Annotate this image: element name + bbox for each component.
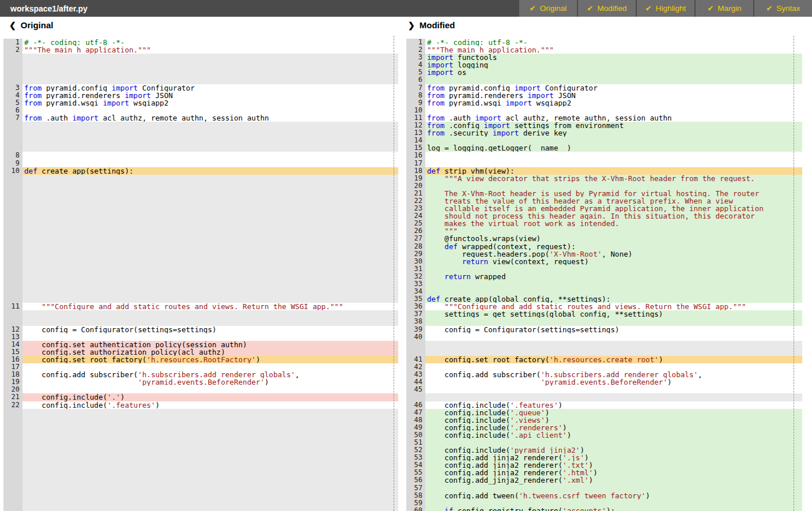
line-content: from .auth import acl_authz, remote_auth… — [22, 114, 398, 122]
line-number: 6 — [406, 76, 425, 84]
diff-view: 1# -*- coding: utf-8 -*-2"""The main h a… — [0, 36, 812, 511]
toolbar-button-label: Highlight — [656, 4, 686, 13]
pane-title-original-label: Original — [21, 20, 54, 30]
line-number — [3, 197, 22, 205]
code-line: 24 should not process this header again.… — [403, 212, 802, 220]
code-line: 14 — [403, 137, 802, 144]
filler-line — [403, 348, 802, 356]
line-number: 7 — [3, 114, 22, 122]
code-line: 19 'pyramid.events.BeforeRender') — [0, 378, 398, 386]
toolbar-button-syntax[interactable]: ✔Syntax — [754, 0, 812, 17]
toolbar-button-modified[interactable]: ✔Modified — [578, 0, 636, 17]
code-line: 8from pyramid.renderers import JSON — [403, 92, 802, 99]
line-number: 28 — [406, 243, 425, 250]
code-line: 12from .config import settings_from_envi… — [403, 122, 802, 129]
code-line: 36 """Configure and add static routes an… — [403, 303, 802, 310]
code-line: 33 — [403, 280, 802, 288]
line-number: 10 — [406, 107, 425, 114]
line-number — [3, 129, 22, 137]
line-content: def create_app(settings): — [22, 167, 398, 175]
modified-editor[interactable]: 1# -*- coding: utf-8 -*-2"""The main h a… — [403, 36, 802, 511]
line-number: 6 — [3, 107, 22, 114]
line-content — [425, 137, 802, 144]
code-line: 13 — [0, 333, 398, 341]
filler-line — [0, 469, 398, 476]
code-line: 44 'pyramid.events.BeforeRender') — [403, 378, 802, 386]
code-line: 4import logging — [403, 61, 802, 69]
filler-line — [0, 258, 398, 265]
line-content: return view(context, request) — [425, 258, 802, 265]
code-line: 15log = logging.getLogger(__name__) — [403, 144, 802, 152]
code-line: 3import functools — [403, 54, 802, 61]
line-content: from pyramid.wsgi import wsgiapp2 — [425, 99, 802, 107]
code-line: 30 return view(context, request) — [403, 258, 802, 265]
line-number: 7 — [406, 84, 425, 92]
code-line: 57 — [403, 484, 802, 492]
line-content: config.include('.features') — [22, 401, 398, 409]
filler-line — [0, 235, 398, 242]
line-content — [22, 265, 398, 273]
code-line: 7from .auth import acl_authz, remote_aut… — [0, 114, 398, 122]
code-line: 46 config.include('.features') — [403, 401, 802, 409]
line-content — [425, 265, 802, 273]
code-line: 26 """ — [403, 227, 802, 235]
code-line: 45 — [403, 386, 802, 393]
toolbar-button-label: Modified — [597, 4, 626, 13]
line-number: 47 — [406, 409, 425, 416]
line-content: config.include('.views') — [425, 416, 802, 424]
filler-line — [0, 76, 398, 84]
line-number — [406, 341, 425, 348]
line-content: return wrapped — [425, 273, 802, 280]
line-content — [425, 76, 802, 84]
line-content: The X-Vhm-Root header is used by Pyramid… — [425, 190, 802, 197]
code-line: 56 config.add_jinja2_renderer('.xml') — [403, 476, 802, 484]
toolbar-button-label: Margin — [717, 4, 741, 13]
toolbar-button-margin[interactable]: ✔Margin — [696, 0, 753, 17]
filler-line — [0, 54, 398, 61]
line-content — [22, 212, 398, 220]
filler-line — [0, 250, 398, 258]
code-line: 16 config.set_root_factory('h.resources.… — [0, 356, 398, 363]
line-content — [425, 107, 802, 114]
line-number: 30 — [406, 258, 425, 265]
line-content: config = Configurator(settings=settings) — [425, 326, 802, 333]
line-number — [3, 310, 22, 318]
line-content — [22, 61, 398, 69]
line-number: 4 — [3, 92, 22, 99]
line-number: 49 — [406, 424, 425, 431]
line-content — [22, 424, 398, 431]
line-content: config.include('pyramid_jinja2') — [425, 446, 802, 454]
code-line: 42 — [403, 363, 802, 371]
line-content — [22, 235, 398, 242]
line-number — [3, 280, 22, 288]
toolbar-button-original[interactable]: ✔Original — [519, 0, 577, 17]
code-line: 19 """A view decorator that strips the X… — [403, 175, 802, 182]
filler-line — [0, 69, 398, 76]
code-line: 51 — [403, 439, 802, 446]
code-line: 28 def wrapped(context, request): — [403, 243, 802, 250]
line-content: # -*- coding: utf-8 -*- — [22, 39, 398, 46]
line-number — [3, 76, 22, 84]
filler-line — [0, 227, 398, 235]
line-content — [22, 499, 398, 507]
filler-line — [0, 476, 398, 484]
code-line: 41 config.set_root_factory('h.resources.… — [403, 356, 802, 363]
pane-title-modified-label: Modified — [420, 20, 455, 30]
line-content — [22, 439, 398, 446]
original-editor[interactable]: 1# -*- coding: utf-8 -*-2"""The main h a… — [0, 36, 398, 511]
pane-title-original: ❮ Original — [9, 20, 53, 30]
line-number — [3, 454, 22, 461]
toolbar-button-highlight[interactable]: ✔Highlight — [637, 0, 694, 17]
line-content: config.include('.') — [22, 393, 398, 401]
line-content — [22, 152, 398, 159]
code-line: 22 config.include('.features') — [0, 401, 398, 409]
line-content: config.add_jinja2_renderer('.js') — [425, 454, 802, 461]
code-line: 20 — [0, 386, 398, 393]
filler-line — [0, 318, 398, 325]
line-content — [22, 280, 398, 288]
toolbar-button-label: Original — [540, 4, 567, 13]
line-number — [3, 227, 22, 235]
line-number: 40 — [406, 333, 425, 341]
line-number: 17 — [406, 160, 425, 167]
code-line: 18def strip_vhm(view): — [403, 167, 802, 175]
